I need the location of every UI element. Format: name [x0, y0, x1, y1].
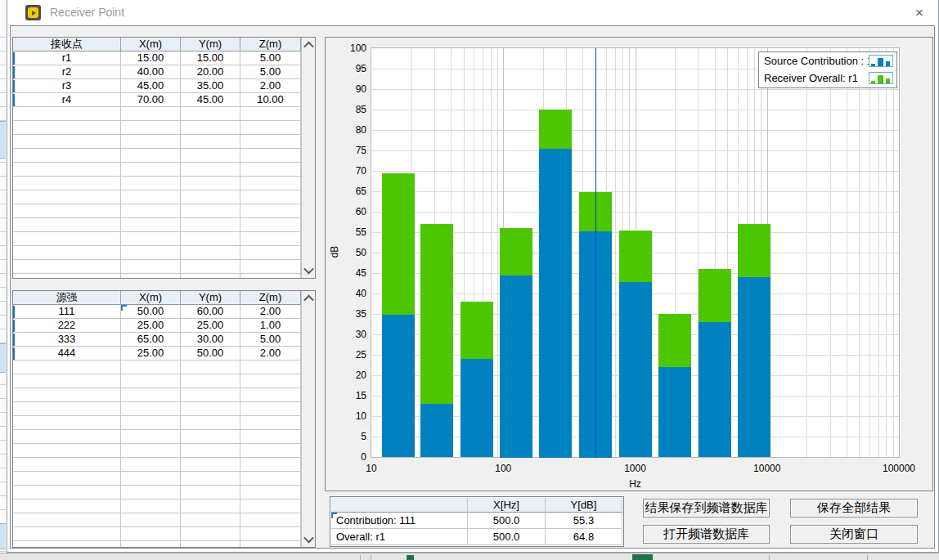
column-header: X(m) [121, 38, 181, 52]
x-tick-label: 100000 [883, 463, 915, 474]
legend-item[interactable]: Source Contribution : 111 [759, 52, 896, 69]
table-row: r345.0035.002.00 [13, 79, 301, 93]
table-cell[interactable]: 5.00 [240, 333, 301, 347]
chevron-down-icon[interactable] [302, 532, 315, 546]
table-cell[interactable]: 2.00 [240, 347, 301, 361]
table-cell[interactable]: 25.00 [121, 347, 181, 361]
table-cell[interactable]: 65.00 [121, 333, 181, 347]
title-bar[interactable]: Receiver Point × [7, 0, 938, 25]
background-divider [769, 554, 770, 560]
table-cell[interactable]: 2.00 [240, 79, 301, 93]
table-cell[interactable]: 60.00 [181, 305, 240, 319]
y-tick-label: 55 [337, 226, 366, 238]
table-cell[interactable]: 15.00 [121, 52, 181, 65]
readout-value-cell: 500.0 [468, 529, 546, 545]
table-cell-empty [13, 274, 121, 278]
table-cell[interactable]: r4 [13, 93, 121, 107]
table-cell[interactable]: 25.00 [181, 319, 240, 333]
background-gridline [0, 509, 7, 510]
table-cell-empty [181, 232, 240, 246]
table-cell-empty [13, 232, 121, 246]
chart-plot-area[interactable] [371, 48, 899, 457]
table-cell[interactable]: 5.00 [240, 52, 301, 65]
table-cell-empty [121, 149, 181, 163]
table-cell-empty [121, 541, 181, 547]
background-gridline [0, 162, 7, 163]
table-cell-empty [121, 416, 181, 430]
background-gridline [0, 217, 7, 218]
background-cell-sliver [0, 121, 6, 159]
save-results-to-spectrum-db-button[interactable]: 结果保存到频谱数据库 [643, 499, 770, 517]
chart-cursor-line[interactable] [595, 48, 596, 457]
chevron-down-icon[interactable] [302, 263, 315, 277]
background-gridline [0, 106, 7, 107]
background-gridline [0, 245, 7, 246]
table-cell[interactable]: 15.00 [181, 52, 240, 65]
readout-row: Overall: r1500.064.8 [331, 529, 622, 545]
bar-segment-contribution [382, 314, 415, 457]
vertical-scrollbar[interactable] [301, 291, 315, 547]
chevron-up-icon[interactable] [302, 38, 315, 52]
focused-cell: Contribution: 111 [331, 513, 468, 529]
column-header [331, 498, 468, 513]
table-cell[interactable]: 45.00 [181, 93, 240, 107]
close-icon[interactable]: × [910, 4, 928, 22]
source-table[interactable]: 源强X(m)Y(m)Z(m)11150.0060.002.0022225.002… [12, 290, 316, 548]
table-cell-empty [181, 274, 240, 278]
table-cell[interactable]: 2.00 [240, 305, 301, 319]
table-cell-empty [121, 163, 181, 177]
table-cell[interactable]: r1 [13, 52, 121, 65]
table-cell[interactable]: 444 [13, 347, 121, 361]
y-tick-label: 95 [337, 63, 366, 74]
table-row-empty [13, 541, 301, 547]
plot-legend[interactable]: Source Contribution : 111Receiver Overal… [758, 52, 897, 88]
table-cell[interactable]: 333 [13, 333, 121, 347]
table-cell[interactable]: 40.00 [121, 65, 181, 79]
table-cell[interactable]: 30.00 [181, 333, 240, 347]
table-cell[interactable]: 111 [13, 305, 121, 319]
window-title: Receiver Point [50, 6, 124, 19]
table-cell[interactable]: r2 [13, 65, 121, 79]
bar-segment-overall [461, 302, 493, 359]
legend-item[interactable]: Receiver Overall: r1 [759, 69, 896, 87]
x-tick-label: 10000 [753, 463, 780, 474]
close-window-button[interactable]: 关闭窗口 [790, 525, 918, 544]
table-cell[interactable]: 50.00 [181, 347, 240, 361]
table-cell[interactable]: 5.00 [240, 65, 301, 79]
bar-segment-overall [738, 224, 771, 277]
table-cell[interactable]: r3 [13, 79, 121, 93]
column-header: Y[dB] [546, 498, 622, 513]
table-cell-empty [13, 361, 121, 374]
table-cell[interactable]: 1.00 [240, 319, 301, 333]
table-cell-empty [240, 513, 301, 527]
open-spectrum-db-button[interactable]: 打开频谱数据库 [643, 525, 770, 544]
table-row-empty [13, 388, 301, 402]
chevron-up-icon[interactable] [302, 292, 315, 306]
table-cell[interactable]: 222 [13, 319, 121, 333]
y-tick-label: 50 [337, 247, 366, 258]
background-gridline [0, 495, 7, 496]
table-cell-empty [181, 527, 240, 541]
table-cell[interactable]: 45.00 [121, 79, 181, 93]
focused-cell[interactable]: 50.00 [121, 305, 181, 319]
table-cell[interactable]: 10.00 [240, 93, 301, 107]
table-cell[interactable]: 35.00 [181, 79, 240, 93]
bar-segment-overall [420, 224, 453, 404]
y-tick-label: 30 [337, 329, 366, 340]
table-cell-empty [240, 177, 301, 190]
table-row-empty [13, 458, 301, 472]
bar-segment-contribution [420, 404, 453, 457]
table-cell[interactable]: 25.00 [121, 319, 181, 333]
table-cell-empty [181, 190, 240, 204]
screen: Receiver Point × 接收点X(m)Y(m)Z(m)r115.001… [0, 0, 939, 560]
table-cell-empty [121, 246, 181, 260]
receiver-table[interactable]: 接收点X(m)Y(m)Z(m)r115.0015.005.00r240.0020… [12, 37, 316, 279]
table-cell[interactable]: 20.00 [181, 65, 240, 79]
table-cell-empty [121, 458, 181, 472]
x-tick-label: 10 [366, 463, 376, 474]
vertical-scrollbar[interactable] [301, 38, 315, 278]
save-all-results-button[interactable]: 保存全部结果 [790, 499, 918, 517]
background-gridline [0, 440, 7, 441]
table-row-empty [13, 232, 301, 246]
table-cell[interactable]: 70.00 [121, 93, 181, 107]
